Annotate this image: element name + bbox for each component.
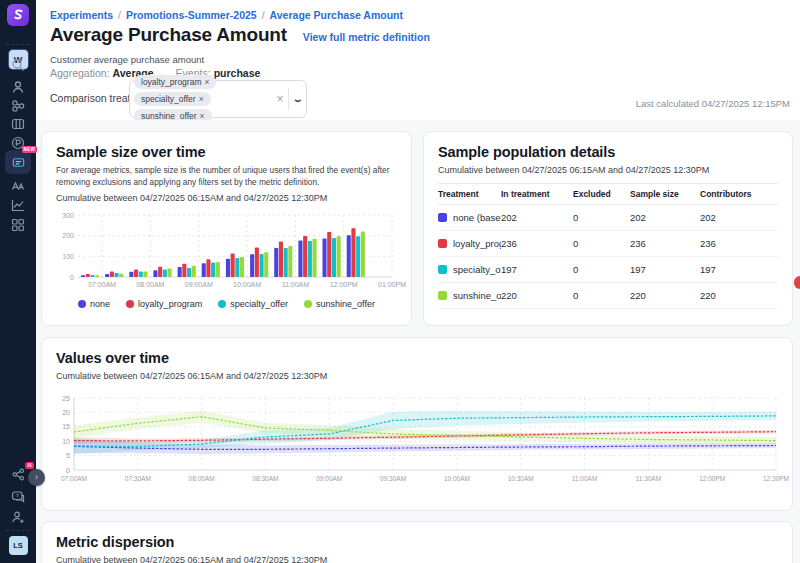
table-row: loyalty_program 236 0 236 236 [438,231,778,257]
sidebar-expand-handle[interactable]: › [28,469,45,486]
cell-in-treatment: 202 [501,212,573,223]
svg-text:08:00AM: 08:00AM [136,281,164,288]
legend-label: loyalty_program [138,299,202,309]
svg-text:08:30AM: 08:30AM [252,475,278,482]
legend-item[interactable]: sunshine_offer [304,299,375,309]
legend-dot [126,300,134,308]
chart-legend: none loyalty_program specialty_offer sun… [56,299,397,309]
select-divider [288,88,289,110]
users-icon[interactable] [0,79,36,95]
svg-text:12:00PM: 12:00PM [330,281,358,288]
apps-grid-icon[interactable] [0,217,36,233]
col-sample-size: Sample size [630,189,700,199]
invite-user-icon[interactable] [0,509,36,525]
legend-item[interactable]: specialty_offer [218,299,288,309]
treatment-chip[interactable]: loyalty_program× [134,75,216,89]
metrics-console-icon: NEW [5,150,31,174]
legend-label: sunshine_offer [316,299,375,309]
segments-icon[interactable] [0,98,36,114]
svg-text:10:00AM: 10:00AM [233,281,261,288]
new-badge: NEW [22,146,37,153]
cell-sample-size: 202 [630,212,700,223]
population-details-card: Sample population details Cumulative bet… [423,131,793,326]
treatments-multiselect[interactable]: loyalty_program× specialty_offer× sunshi… [129,80,307,118]
svg-text:5: 5 [66,452,70,459]
cell-contributors: 220 [700,290,778,301]
experiments-icon[interactable] [0,177,36,193]
cell-in-treatment: 220 [501,290,573,301]
view-metric-definition-link[interactable]: View full metric definition [303,31,430,43]
ai-badge: AI [25,462,34,469]
card-title: Metric dispersion [56,534,778,550]
breadcrumb: Experiments / Promotions-Summer-2025 / A… [50,9,403,21]
legend-dot [218,300,226,308]
cell-excluded: 0 [573,290,630,301]
clear-all-icon[interactable]: × [276,92,283,106]
chip-label: specialty_offer [141,94,196,104]
svg-text:08:00AM: 08:00AM [189,475,215,482]
cell-excluded: 0 [573,238,630,249]
breadcrumb-metric-name[interactable]: Average Purchase Amount [270,9,403,21]
content-area: Sample size over time For average metric… [36,120,800,563]
notification-tab[interactable] [794,276,800,289]
chevron-down-icon[interactable]: ⌄ [292,94,304,104]
user-avatar: LS [9,536,28,555]
insights-chart-icon[interactable] [0,197,36,213]
population-table: Treatment In treatment Excluded Sample s… [438,183,778,309]
card-title: Sample population details [438,144,778,160]
svg-text:100: 100 [62,253,74,260]
cell-excluded: 0 [573,264,630,275]
main-area: Experiments / Promotions-Summer-2025 / A… [36,0,800,563]
sidebar-divider-bottom [6,530,30,531]
breadcrumb-experiment-name[interactable]: Promotions-Summer-2025 [126,9,257,21]
svg-text:09:00AM: 09:00AM [185,281,213,288]
statsig-logo[interactable] [0,4,36,26]
table-header-row: Treatment In treatment Excluded Sample s… [438,183,778,205]
aggregation-label: Aggregation: [50,67,110,79]
cell-contributors: 202 [700,212,778,223]
svg-text:01:00PM: 01:00PM [378,281,406,288]
legend-item[interactable]: none [78,299,110,309]
col-in-treatment: In treatment [501,189,573,199]
chip-remove-icon[interactable]: × [204,77,209,87]
card-title: Sample size over time [56,144,397,160]
treatment-chip[interactable]: specialty_offer× [134,92,211,106]
card-period: Cumulative between 04/27/2025 06:15AM an… [438,165,778,175]
logo-icon [7,4,29,26]
legend-item[interactable]: loyalty_program [126,299,202,309]
svg-text:09:30AM: 09:30AM [380,475,406,482]
card-description: For average metrics, sample size is the … [56,164,397,188]
treatment-swatch [438,265,447,274]
page-title: Average Purchase Amount [50,24,287,46]
chip-remove-icon[interactable]: × [199,94,204,104]
feature-gates-icon[interactable] [0,116,36,132]
values-over-time-card: Values over time Cumulative between 04/2… [41,337,793,511]
treatment-name: loyalty_program [453,238,501,249]
svg-text:11:30AM: 11:30AM [636,475,662,482]
breadcrumb-experiments[interactable]: Experiments [50,9,113,21]
svg-text:11:00AM: 11:00AM [572,475,598,482]
table-row: none (baseline) 202 0 202 202 [438,205,778,231]
user-menu[interactable]: LS [0,536,36,555]
legend-label: none [90,299,110,309]
card-period: Cumulative between 04/27/2025 06:15AM an… [56,371,778,381]
cell-contributors: 236 [700,238,778,249]
svg-text:15: 15 [62,423,70,430]
treatment-name: none (baseline) [453,212,501,223]
cell-contributors: 197 [700,264,778,275]
sidebar-divider [6,44,30,45]
search-icon[interactable] [0,57,36,73]
table-row: sunshine_offer 220 0 220 220 [438,283,778,309]
svg-text:25: 25 [62,395,70,402]
legend-dot [78,300,86,308]
treatment-swatch [438,213,447,222]
cell-sample-size: 220 [630,290,700,301]
help-chat-icon[interactable]: ? [0,489,36,505]
svg-text:200: 200 [62,232,74,239]
sidebar-item-metrics-selected[interactable]: NEW [0,150,36,174]
svg-text:20: 20 [62,409,70,416]
breadcrumb-separator: / [262,9,265,21]
treatment-name: specialty_offer [453,264,501,275]
last-calculated: Last calculated 04/27/2025 12:15PM [636,98,790,109]
treatment-swatch [438,291,447,300]
